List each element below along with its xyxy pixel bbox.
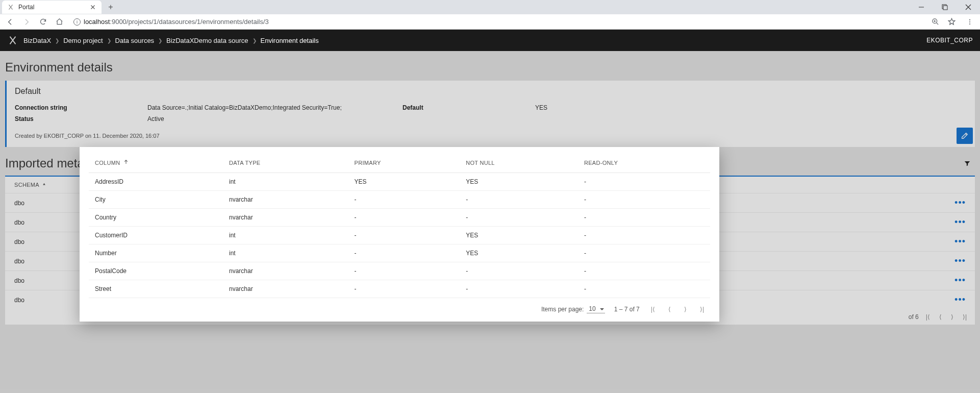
close-window-button[interactable] bbox=[957, 0, 980, 14]
first-page-icon[interactable]: |⟨ bbox=[649, 306, 657, 313]
back-button[interactable] bbox=[3, 15, 17, 29]
chevron-right-icon: ❯ bbox=[253, 38, 257, 43]
row-actions-icon[interactable]: ••• bbox=[954, 294, 966, 305]
schema-cell: dbo bbox=[14, 219, 24, 226]
cell-notnull: YES bbox=[460, 173, 578, 191]
chevron-right-icon: ❯ bbox=[55, 38, 59, 43]
cell-primary: - bbox=[348, 209, 460, 227]
cell-primary: - bbox=[348, 191, 460, 209]
tab-title: Portal bbox=[18, 4, 85, 11]
cell-column: Country bbox=[89, 209, 223, 227]
cell-readonly: - bbox=[578, 209, 710, 227]
next-page-icon[interactable]: ⟩ bbox=[949, 313, 956, 321]
prev-page-icon[interactable]: ⟨ bbox=[666, 306, 673, 313]
default-value: YES bbox=[535, 104, 967, 111]
breadcrumb-root[interactable]: BizDataX bbox=[23, 37, 51, 44]
metadata-range: of 6 bbox=[909, 313, 919, 321]
cell-datatype: int bbox=[223, 173, 348, 191]
breadcrumb-3[interactable]: BizDataXDemo data source bbox=[166, 37, 248, 44]
col-header-datatype[interactable]: DATA TYPE bbox=[223, 154, 348, 173]
status-value: Active bbox=[147, 115, 403, 122]
col-header-column[interactable]: COLUMN bbox=[89, 154, 223, 173]
next-page-icon[interactable]: ⟩ bbox=[682, 306, 689, 313]
browser-chrome: Portal + i localhost:9000/projects/1/dat… bbox=[0, 0, 980, 30]
page-size-selector[interactable]: Items per page: 10 bbox=[541, 305, 605, 313]
reload-button[interactable] bbox=[36, 15, 50, 29]
environment-card: Default Connection string Data Source=.;… bbox=[5, 81, 975, 147]
breadcrumb-current: Environment details bbox=[261, 37, 319, 44]
site-info-icon[interactable]: i bbox=[73, 18, 81, 26]
row-actions-icon[interactable]: ••• bbox=[954, 256, 966, 266]
col-header-readonly[interactable]: READ-ONLY bbox=[578, 154, 710, 173]
star-icon[interactable] bbox=[944, 18, 959, 26]
cell-notnull: YES bbox=[460, 244, 578, 262]
columns-modal: COLUMN DATA TYPE PRIMARY NOT NULL READ-O… bbox=[80, 147, 719, 322]
schema-cell: dbo bbox=[14, 297, 24, 304]
url-bar[interactable]: i localhost:9000/projects/1/datasources/… bbox=[68, 15, 926, 29]
cell-column: Street bbox=[89, 280, 223, 298]
modal-range: 1 – 7 of 7 bbox=[614, 306, 640, 313]
new-tab-button[interactable]: + bbox=[106, 2, 116, 12]
cell-notnull: - bbox=[460, 262, 578, 280]
window-controls bbox=[910, 0, 980, 14]
cell-notnull: - bbox=[460, 209, 578, 227]
last-page-icon[interactable]: ⟩| bbox=[698, 306, 706, 313]
row-actions-icon[interactable]: ••• bbox=[954, 275, 966, 286]
cell-readonly: - bbox=[578, 262, 710, 280]
svg-rect-1 bbox=[943, 6, 947, 10]
app-logo-icon[interactable] bbox=[7, 35, 18, 46]
breadcrumb-1[interactable]: Demo project bbox=[63, 37, 103, 44]
col-header-primary[interactable]: PRIMARY bbox=[348, 154, 460, 173]
cell-notnull: - bbox=[460, 191, 578, 209]
browser-toolbar: i localhost:9000/projects/1/datasources/… bbox=[0, 14, 980, 30]
edit-button[interactable] bbox=[957, 128, 973, 144]
app-header: BizDataX ❯ Demo project ❯ Data sources ❯… bbox=[0, 30, 980, 51]
row-actions-icon[interactable]: ••• bbox=[954, 217, 966, 228]
browser-tab[interactable]: Portal bbox=[2, 1, 102, 14]
last-page-icon[interactable]: ⟩| bbox=[961, 313, 969, 321]
conn-value: Data Source=.;Initial Catalog=BizDataXDe… bbox=[147, 104, 403, 111]
cell-column: PostalCode bbox=[89, 262, 223, 280]
schema-cell: dbo bbox=[14, 238, 24, 245]
cell-primary: - bbox=[348, 280, 460, 298]
default-label: Default bbox=[403, 104, 535, 111]
maximize-button[interactable] bbox=[933, 0, 957, 14]
cell-readonly: - bbox=[578, 227, 710, 244]
first-page-icon[interactable]: |⟨ bbox=[924, 313, 932, 321]
modal-pager: Items per page: 10 1 – 7 of 7 |⟨ ⟨ ⟩ ⟩| bbox=[89, 298, 710, 316]
browser-menu-icon[interactable] bbox=[963, 18, 977, 26]
home-button[interactable] bbox=[52, 15, 66, 29]
tab-close-icon[interactable] bbox=[89, 4, 96, 11]
prev-page-icon[interactable]: ⟨ bbox=[937, 313, 944, 321]
cell-datatype: nvarchar bbox=[223, 280, 348, 298]
current-user[interactable]: EKOBIT_CORP bbox=[926, 37, 973, 44]
forward-button[interactable] bbox=[19, 15, 34, 29]
table-row: Citynvarchar--- bbox=[89, 191, 710, 209]
schema-cell: dbo bbox=[14, 258, 24, 265]
filter-button[interactable] bbox=[960, 160, 975, 167]
tab-favicon-icon bbox=[7, 4, 14, 11]
table-row: AddressIDintYESYES- bbox=[89, 173, 710, 191]
cell-primary: - bbox=[348, 244, 460, 262]
sort-asc-icon bbox=[123, 159, 129, 166]
tab-bar: Portal + bbox=[0, 0, 980, 14]
cell-notnull: - bbox=[460, 280, 578, 298]
row-actions-icon[interactable]: ••• bbox=[954, 236, 966, 247]
chevron-right-icon: ❯ bbox=[158, 38, 162, 43]
table-row: Numberint-YES- bbox=[89, 244, 710, 262]
cell-datatype: nvarchar bbox=[223, 191, 348, 209]
zoom-icon[interactable] bbox=[928, 18, 942, 26]
schema-cell: dbo bbox=[14, 200, 24, 207]
col-header-notnull[interactable]: NOT NULL bbox=[460, 154, 578, 173]
minimize-button[interactable] bbox=[910, 0, 933, 14]
url-host: localhost bbox=[84, 18, 110, 26]
breadcrumb-2[interactable]: Data sources bbox=[115, 37, 155, 44]
cell-datatype: int bbox=[223, 244, 348, 262]
row-actions-icon[interactable]: ••• bbox=[954, 198, 966, 208]
page-size-value[interactable]: 10 bbox=[587, 305, 605, 313]
cell-readonly: - bbox=[578, 280, 710, 298]
cell-column: City bbox=[89, 191, 223, 209]
cell-primary: - bbox=[348, 262, 460, 280]
cell-readonly: - bbox=[578, 191, 710, 209]
svg-point-4 bbox=[969, 21, 970, 22]
